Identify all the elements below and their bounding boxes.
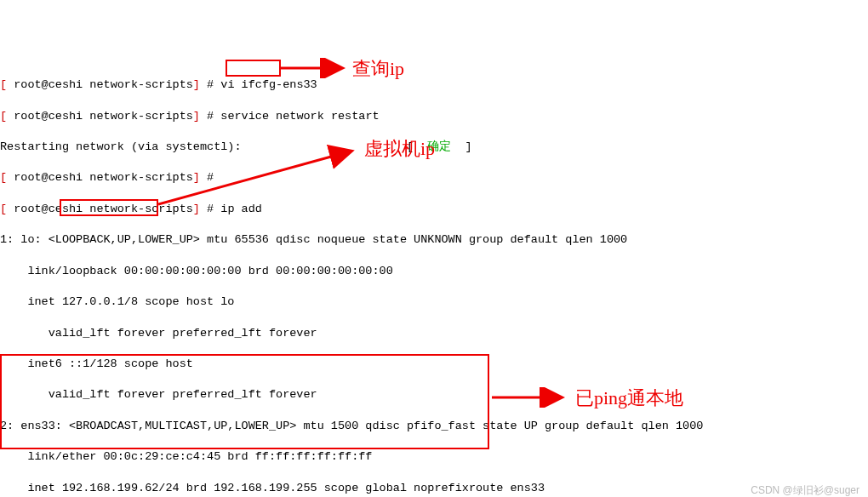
prompt: root@ceshi network-scripts [7, 78, 193, 91]
prompt-line[interactable]: [ root@ceshi network-scripts] # ip add [0, 202, 868, 217]
prompt: root@ceshi network-scripts [7, 110, 193, 123]
prompt-line[interactable]: [ root@ceshi network-scripts] # vi ifcfg… [0, 77, 868, 93]
prompt-line[interactable]: [ root@ceshi network-scripts] # [0, 170, 868, 186]
ok-status: 确定 [427, 140, 451, 153]
command: service network restart [220, 110, 379, 123]
output-line: 2: ens33: <BROADCAST,MULTICAST,UP,LOWER_… [0, 419, 868, 434]
terminal-output: [ root@ceshi network-scripts] # vi ifcfg… [0, 62, 868, 497]
output-line: valid_lft forever preferred_lft forever [0, 326, 868, 341]
command-ip-add: ip add [220, 203, 262, 215]
output-line: valid_lft forever preferred_lft forever [0, 387, 868, 403]
prompt-line[interactable]: [ root@ceshi network-scripts] # service … [0, 109, 868, 124]
prompt: root@ceshi network-scripts [7, 171, 193, 184]
output-line: link/loopback 00:00:00:00:00:00 brd 00:0… [0, 264, 868, 279]
output-line: inet 192.168.199.62/24 brd 192.168.199.2… [0, 481, 868, 496]
output-line: Restarting network (via systemctl): [ 确定… [0, 140, 868, 155]
command: vi ifcfg-ens33 [220, 78, 317, 91]
output-line: 1: lo: <LOOPBACK,UP,LOWER_UP> mtu 65536 … [0, 232, 868, 248]
watermark: CSDN @绿旧衫@suger [751, 483, 859, 497]
prompt: root@ceshi network-scripts [7, 203, 193, 215]
output-line: inet 127.0.0.1/8 scope host lo [0, 294, 868, 310]
output-line: inet6 ::1/128 scope host [0, 357, 868, 372]
output-line: link/ether 00:0c:29:ce:c4:45 brd ff:ff:f… [0, 449, 868, 465]
